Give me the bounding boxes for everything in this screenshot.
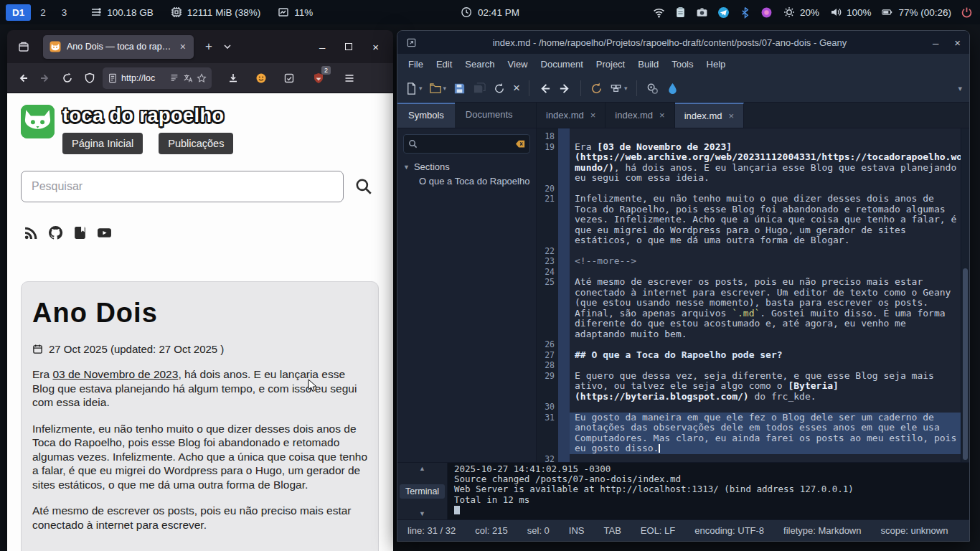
tab-close-icon[interactable]: × [728,110,734,121]
toolbar-overflow-icon[interactable]: ▾ [958,84,962,93]
power-icon[interactable] [961,6,973,19]
tab-list-dropdown-icon[interactable] [218,37,237,56]
extension-container-icon[interactable] [280,69,298,88]
editor-line[interactable]: 26 [537,339,961,350]
menu-file[interactable]: File [402,55,430,73]
site-logo-cat-icon[interactable] [21,105,55,138]
close-document-icon[interactable]: × [513,81,520,95]
tree-expander-icon[interactable]: ▼ [403,164,410,171]
editor-line[interactable]: 19Era [03 de Novembro de 2023](https://w… [537,142,961,184]
workspace-button-3[interactable]: 3 [55,4,74,21]
site-title[interactable]: toca do rapoelho [62,105,233,126]
search-icon[interactable] [354,177,373,196]
github-icon[interactable] [48,225,63,240]
color-picker-tray-icon[interactable] [760,6,773,19]
tab-close-icon[interactable]: × [179,41,187,52]
search-input[interactable] [21,171,344,202]
tracking-shield-icon[interactable] [80,69,99,88]
translate-icon[interactable] [183,73,193,83]
workspace-button-2[interactable]: 2 [34,4,52,21]
nav-forward-icon[interactable] [558,82,572,95]
browser-tab[interactable]: Ano Dois — toca do rapoelho × [43,35,194,59]
screenshot-tray-icon[interactable] [696,6,708,19]
clear-search-icon[interactable] [516,139,525,149]
editor-line[interactable]: 31Eu gosto da maneira em que ele fez o B… [537,413,961,454]
symbol-search-field[interactable] [403,134,530,154]
nav-publicacoes-button[interactable]: Publicações [159,133,233,154]
url-bar[interactable]: http://loc [103,67,212,89]
telegram-tray-icon[interactable] [717,6,730,19]
editor-scrollbar[interactable] [961,128,969,462]
editor-pane[interactable]: 1819Era [03 de Novembro de 2023](https:/… [537,128,969,462]
tab-close-icon[interactable]: × [590,110,596,121]
rss-icon[interactable] [24,225,39,240]
wifi-icon[interactable] [653,6,665,19]
symbol-filter-input[interactable] [422,139,512,149]
menu-build[interactable]: Build [631,55,665,73]
post-link[interactable]: 03 de Novembro de 2023 [52,368,178,380]
clipboard-tray-icon[interactable] [674,6,687,19]
new-document-dropdown-icon[interactable]: ▾ [419,85,423,92]
editor-line[interactable]: 18 [537,131,961,142]
youtube-icon[interactable] [97,225,112,240]
save-all-icon[interactable] [473,82,486,95]
geany-title-bar[interactable]: index.md - /home/rapoelho/Projetos/rapoe… [397,31,969,54]
menu-search[interactable]: Search [458,55,501,73]
browser-minimize-button[interactable]: – [319,41,325,53]
editor-line[interactable]: 32 [537,454,961,463]
sidebar-tab-documents[interactable]: Documents [455,103,524,128]
editor-line[interactable]: 28 [537,360,961,371]
back-button[interactable] [14,69,32,88]
open-file-dropdown-icon[interactable]: ▾ [443,85,447,92]
editor-line[interactable]: 24 [537,267,961,278]
extension-emoji-icon[interactable] [252,69,270,88]
sidebar-tab-symbols[interactable]: Symbols [397,103,455,128]
terminal-output[interactable]: 2025-10-27 14:41:02.915 -0300Source chan… [448,463,969,519]
tree-item-section[interactable]: O que a Toca do Rapoelho p [419,176,530,187]
geany-close-button[interactable]: × [954,37,961,49]
editor-line[interactable]: 23<!--more--> [537,256,961,267]
menu-edit[interactable]: Edit [430,55,458,73]
browser-close-button[interactable]: × [372,41,379,53]
menu-document[interactable]: Document [534,55,590,73]
new-tab-button[interactable]: + [199,37,218,56]
execute-icon[interactable] [646,82,659,95]
tab-close-icon[interactable]: × [659,110,665,121]
editor-line[interactable]: 29E quero que dessa vez, seja diferente,… [537,371,961,402]
revert-icon[interactable] [493,82,507,95]
menu-view[interactable]: View [501,55,534,73]
editor-line[interactable]: 25Até mesmo de escrever os posts, pois e… [537,277,961,339]
save-icon[interactable] [453,82,466,95]
document-tab-0[interactable]: index.md× [537,103,606,128]
menu-project[interactable]: Project [590,55,631,73]
geany-minimize-button[interactable]: – [933,37,938,49]
nav-pagina-inicial-button[interactable]: Página Inicial [62,133,143,154]
terminal-tab[interactable]: Terminal [400,484,445,499]
bookmark-star-icon[interactable] [197,73,207,83]
window-menu-icon[interactable] [406,37,417,48]
build-dropdown-icon[interactable]: ▾ [624,85,628,92]
document-tab-1[interactable]: index.md× [606,103,674,128]
tree-node-sections[interactable]: ▼ Sections [403,161,530,172]
adblock-shield-icon[interactable]: 2 [309,69,328,88]
forward-button[interactable] [36,69,55,88]
menu-tools[interactable]: Tools [665,55,699,73]
browser-restore-button[interactable] [345,43,352,50]
reload-button[interactable] [58,69,77,88]
editor-line[interactable]: 30 [537,402,961,413]
new-document-icon[interactable]: ▾ [405,82,423,95]
color-chooser-icon[interactable] [666,82,679,95]
bluetooth-tray-icon[interactable] [739,6,751,19]
compile-icon[interactable] [590,82,603,95]
hamburger-menu-icon[interactable] [340,69,359,88]
firefox-view-icon[interactable] [14,37,33,56]
nav-back-icon[interactable] [538,82,552,95]
tabs-scroll-up-icon[interactable]: ▲ [419,465,425,472]
reader-mode-icon[interactable] [169,73,179,83]
editor-line[interactable]: 21Infelizmente, eu não tenho muito o que… [537,194,961,246]
editor-line[interactable]: 22 [537,246,961,257]
scrollbar-thumb[interactable] [963,268,968,460]
document-tab-2[interactable]: index.md× [675,103,744,128]
downloads-icon[interactable] [224,69,242,88]
editor-line[interactable]: 20 [537,184,961,194]
